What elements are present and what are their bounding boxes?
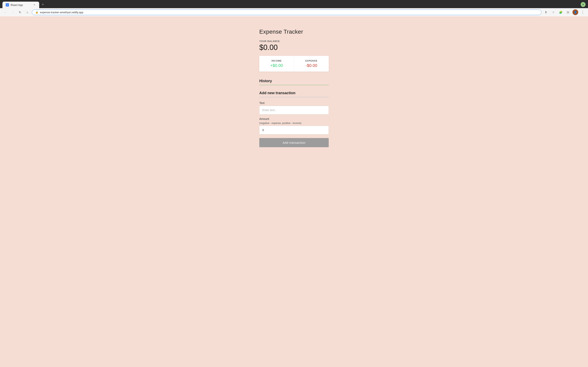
text-input[interactable] bbox=[259, 106, 329, 114]
bookmark-button[interactable]: ☆ bbox=[550, 9, 556, 15]
profile-avatar[interactable]: 👤 bbox=[572, 9, 578, 15]
browser-menu-button[interactable]: ⋮ bbox=[580, 9, 586, 15]
balance-section: YOUR BALANCE $0.00 bbox=[259, 40, 329, 52]
page-content: Expense Tracker YOUR BALANCE $0.00 INCOM… bbox=[0, 16, 588, 367]
home-button[interactable]: ⌂ bbox=[25, 9, 30, 15]
tab-bar: ⚛ React App × + bbox=[2, 2, 46, 8]
new-tab-button[interactable]: + bbox=[40, 2, 46, 7]
address-url: expense-tracker-amethyst.netlify.app bbox=[40, 11, 83, 14]
lock-icon: 🔒 bbox=[35, 11, 38, 14]
tab-close-button[interactable]: × bbox=[33, 3, 36, 7]
address-bar-row: ← → ↻ ⌂ 🔒 expense-tracker-amethyst.netli… bbox=[0, 8, 588, 16]
amount-field-label: Amount bbox=[259, 117, 329, 120]
add-transaction-title: Add new transaction bbox=[259, 91, 329, 95]
income-section: INCOME +$0.00 bbox=[259, 56, 294, 72]
forward-button[interactable]: → bbox=[10, 9, 16, 15]
tab-favicon: ⚛ bbox=[6, 3, 9, 7]
history-title: History bbox=[259, 79, 329, 83]
expense-label: EXPENSE bbox=[298, 59, 325, 62]
reload-button[interactable]: ↻ bbox=[17, 9, 23, 15]
balance-label: YOUR BALANCE bbox=[259, 40, 329, 42]
income-expense-card: INCOME +$0.00 EXPENSE -$0.00 bbox=[259, 56, 329, 72]
expense-amount: -$0.00 bbox=[298, 63, 325, 68]
expense-section: EXPENSE -$0.00 bbox=[294, 56, 329, 72]
text-field-label: Text bbox=[259, 101, 329, 105]
back-button[interactable]: ← bbox=[2, 9, 8, 15]
app-title: Expense Tracker bbox=[259, 29, 329, 35]
active-tab[interactable]: ⚛ React App × bbox=[2, 2, 39, 8]
income-label: INCOME bbox=[263, 59, 290, 62]
browser-chrome: ⚛ React App × + ▾ bbox=[0, 0, 588, 8]
income-amount: +$0.00 bbox=[263, 63, 290, 68]
history-section: History bbox=[259, 79, 329, 85]
add-transaction-button[interactable]: Add transaction bbox=[259, 138, 329, 147]
app-container: Expense Tracker YOUR BALANCE $0.00 INCOM… bbox=[259, 29, 329, 355]
extensions-button[interactable]: 🧩 bbox=[558, 9, 563, 15]
history-divider bbox=[259, 85, 329, 85]
amount-sublabel: (negative - expense, positive - income) bbox=[259, 122, 329, 125]
tab-title: React App bbox=[11, 3, 31, 7]
balance-amount: $0.00 bbox=[259, 43, 329, 52]
profile-button[interactable]: ▾ bbox=[581, 2, 586, 7]
add-transaction-section: Add new transaction Text Amount (negativ… bbox=[259, 91, 329, 147]
share-button[interactable]: ⬆ bbox=[543, 9, 549, 15]
address-field[interactable]: 🔒 expense-tracker-amethyst.netlify.app bbox=[32, 9, 541, 15]
add-transaction-divider bbox=[259, 97, 329, 97]
settings-button[interactable]: ⊟ bbox=[565, 9, 571, 15]
amount-input[interactable] bbox=[259, 126, 329, 134]
